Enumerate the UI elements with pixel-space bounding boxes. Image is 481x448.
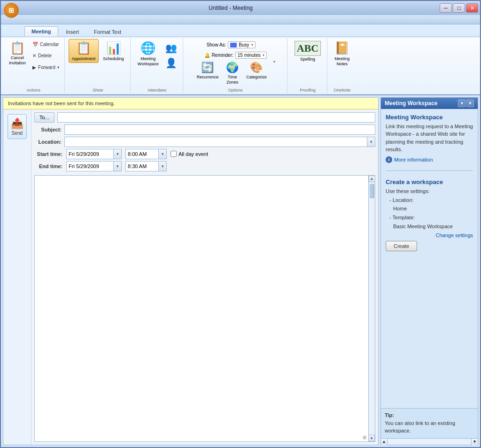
more-info-text: More information [394,157,433,162]
body-editor[interactable] [34,175,369,442]
categorize-label: Categorize [246,75,267,79]
tab-insert[interactable]: Insert [59,27,86,37]
all-day-label[interactable]: All day event [171,151,208,157]
start-date-input[interactable] [66,149,113,159]
categorize-icon: 🎨 [250,62,263,74]
end-time-input[interactable] [125,161,158,171]
more-info-link[interactable]: i More information [386,156,473,163]
address-book-button[interactable]: 👥 [163,41,180,55]
sidebar-pin-btn[interactable]: ▾ [458,100,465,107]
tip-label: Tip: [385,412,474,418]
forward-button[interactable]: ▶ Forward ▾ [30,63,62,71]
start-date-dropdown[interactable]: ▾ [113,149,122,159]
maximize-button[interactable]: □ [453,3,465,13]
cancel-invitation-button[interactable]: 📋 CancelInvitation [6,39,29,68]
reminder-select[interactable]: 15 minutes ▾ [235,52,267,59]
delete-button[interactable]: ✕ Delete [30,52,62,60]
minimize-button[interactable]: ─ [440,3,452,13]
scheduling-button[interactable]: 📊 Scheduling [100,39,127,63]
start-time-input[interactable] [125,149,158,159]
resize-handle[interactable]: ⊞ [361,434,368,441]
location-row: Location: ▾ [34,137,375,147]
onenote-group-label: OneNote [334,88,350,93]
location-setting: - Location: [386,196,473,205]
time-zones-label: TimeZones [226,75,238,85]
subject-row: Subject: [34,124,375,135]
sidebar-section2: Create a workspace Use these settings: -… [386,178,473,252]
to-input[interactable] [57,112,375,123]
add-attendee-button[interactable]: 👤 [163,56,180,70]
all-day-checkbox[interactable] [171,151,177,157]
send-button[interactable]: 📤 Send [8,114,27,139]
form-area: Invitations have not been sent for this … [3,97,379,445]
start-time-dropdown[interactable]: ▾ [158,149,167,159]
start-time-select: ▾ [125,149,167,159]
meeting-workspace-button[interactable]: 🌐 MeetingWorkspace [134,39,162,69]
scroll-thumb[interactable] [370,184,374,198]
show-as-arrow: ▾ [251,43,253,47]
tab-format-text[interactable]: Format Text [87,27,128,37]
send-icon: 📤 [11,117,23,130]
template-setting-label: - Template: [389,215,415,220]
title-bar: ⊞ Untitled - Meeting ─ □ ✕ [1,1,480,15]
categorize-button[interactable]: 🎨 Categorize [243,60,270,81]
sidebar-title: Meeting Workspace [385,100,437,107]
address-book-icon: 👥 [165,42,177,54]
scheduling-label: Scheduling [103,56,124,61]
time-zones-button[interactable]: 🌍 TimeZones [223,60,242,87]
body-area: ▲ ▼ ⊞ [34,175,375,442]
spelling-button[interactable]: ABC Spelling [291,39,324,63]
ribbon-group-attendees: 🌐 MeetingWorkspace 👥 👤 Attendee [132,38,183,93]
end-time-row: End time: ▾ ▾ [34,161,375,171]
calendar-button[interactable]: 📅 Calendar [30,40,62,48]
sidebar-scroll-down[interactable]: ▼ [471,439,478,445]
meeting-notes-icon: 📔 [334,41,349,55]
location-setting-value: Home [386,205,473,213]
appointment-button[interactable]: 📋 Appointment [69,39,99,63]
options-group-label: Options [228,88,243,93]
to-button[interactable]: To... [34,112,54,123]
meeting-notes-label: MeetingNotes [334,56,349,67]
forward-label: Forward [38,65,55,70]
change-settings-link[interactable]: Change settings [386,232,473,238]
location-input[interactable] [64,137,367,147]
form-body: 📤 Send To... S [3,109,378,445]
body-scrollbar[interactable]: ▲ ▼ [369,175,375,442]
cancel-icon: 📋 [10,41,25,55]
delete-icon: ✕ [32,53,36,58]
create-button[interactable]: Create [386,241,417,251]
end-date-input[interactable] [66,161,113,171]
add-attendee-icon: 👤 [165,57,177,69]
subject-label: Subject: [34,127,62,132]
meeting-notes-button[interactable]: 📔 MeetingNotes [331,39,353,69]
tab-meeting[interactable]: Meeting [24,26,58,37]
close-button[interactable]: ✕ [466,3,478,13]
create-workspace-heading: Create a workspace [386,178,473,185]
options-expand[interactable]: ▾ [271,60,278,64]
sidebar-bottom-scrollbar[interactable]: ▲ ▼ [381,438,478,445]
form-fields: To... Subject: Location: [31,109,378,445]
recurrence-button[interactable]: 🔄 Recurrence [194,60,222,81]
end-date-dropdown[interactable]: ▾ [113,161,122,171]
scroll-up-btn[interactable]: ▲ [369,176,375,182]
ribbon-group-proofing: ABC Spelling Proofing [288,38,327,93]
sidebar-scroll-up[interactable]: ▲ [381,439,388,445]
show-as-select[interactable]: Busy ▾ [228,41,255,48]
location-dropdown[interactable]: ▾ [367,137,375,147]
reminder-label: Reminder: [212,53,233,58]
office-button[interactable]: ⊞ [4,3,19,18]
subject-input[interactable] [64,124,375,135]
template-setting-value: Basic Meeting Workspace [386,223,473,231]
proofing-group-label: Proofing [300,88,316,93]
sidebar-section1-text: Link this meeting request to a Meeting W… [386,123,473,154]
scroll-down-btn[interactable]: ▼ [368,435,375,441]
ribbon: Meeting Insert Format Text 📋 CancelInvit… [1,24,480,95]
sidebar-close-btn[interactable]: ✕ [466,100,474,107]
calendar-icon: 📅 [32,42,38,47]
end-time-dropdown[interactable]: ▾ [158,161,167,171]
cancel-label: CancelInvitation [9,55,26,66]
actions-group-label: Actions [27,88,41,93]
sidebar: Meeting Workspace ▾ ✕ Meeting Workspace … [380,97,478,445]
delete-label: Delete [38,53,52,58]
sidebar-content: Meeting Workspace Link this meeting requ… [381,109,478,409]
